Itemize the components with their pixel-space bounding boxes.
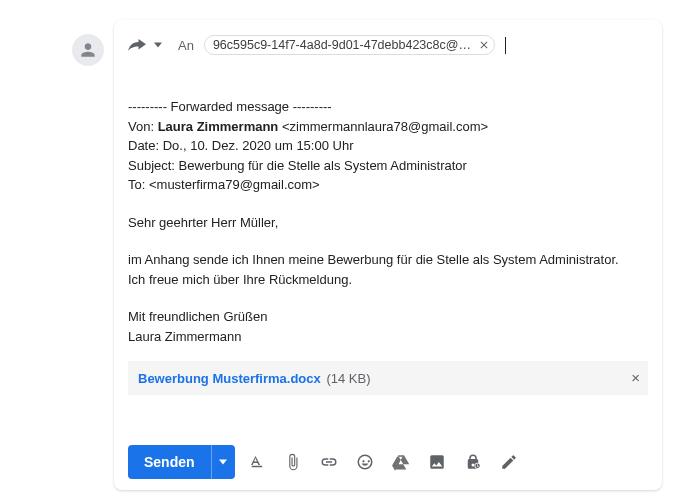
remove-recipient-icon[interactable] <box>477 38 491 52</box>
drive-icon[interactable] <box>391 452 411 472</box>
attachment-size: (14 KB) <box>326 371 370 386</box>
send-group: Senden <box>128 445 235 479</box>
salutation: Sehr geehrter Herr Müller, <box>128 214 648 232</box>
send-button[interactable]: Senden <box>128 445 211 479</box>
fwd-from: Von: Laura Zimmermann <zimmermannlaura78… <box>128 118 648 136</box>
compose-card: An 96c595c9-14f7-4a8d-9d01-47debb423c8c@… <box>114 20 662 490</box>
text-cursor <box>505 37 506 54</box>
signature: Laura Zimmermann <box>128 328 648 346</box>
message-body[interactable]: --------- Forwarded message --------- Vo… <box>128 60 648 436</box>
recipient-row: An 96c595c9-14f7-4a8d-9d01-47debb423c8c@… <box>128 30 648 60</box>
send-options-dropdown[interactable] <box>211 445 235 479</box>
compose-footer: Senden <box>128 436 648 480</box>
attach-icon[interactable] <box>283 452 303 472</box>
avatar <box>72 34 104 66</box>
line1: im Anhang sende ich Ihnen meine Bewerbun… <box>128 251 648 269</box>
fwd-to: To: <musterfirma79@gmail.com> <box>128 176 648 194</box>
formatting-toolbar <box>247 452 519 472</box>
recipient-email: 96c595c9-14f7-4a8d-9d01-47debb423c8c@mai… <box>213 38 473 52</box>
forward-icon[interactable] <box>128 38 146 52</box>
formatting-icon[interactable] <box>247 452 267 472</box>
remove-attachment-icon[interactable]: × <box>631 368 640 388</box>
reply-type-dropdown[interactable] <box>152 41 164 49</box>
fwd-subject: Subject: Bewerbung für die Stelle als Sy… <box>128 157 648 175</box>
to-label: An <box>178 38 194 53</box>
image-icon[interactable] <box>427 452 447 472</box>
attachment-chip[interactable]: Bewerbung Musterfirma.docx (14 KB) × <box>128 361 648 395</box>
recipient-chip[interactable]: 96c595c9-14f7-4a8d-9d01-47debb423c8c@mai… <box>204 35 495 55</box>
link-icon[interactable] <box>319 452 339 472</box>
confidential-icon[interactable] <box>463 452 483 472</box>
fwd-separator: --------- Forwarded message --------- <box>128 98 648 116</box>
pen-icon[interactable] <box>499 452 519 472</box>
person-icon <box>78 40 98 60</box>
attachment-name: Bewerbung Musterfirma.docx <box>138 371 321 386</box>
fwd-date: Date: Do., 10. Dez. 2020 um 15:00 Uhr <box>128 137 648 155</box>
line2: Ich freue mich über Ihre Rückmeldung. <box>128 271 648 289</box>
emoji-icon[interactable] <box>355 452 375 472</box>
closing: Mit freundlichen Grüßen <box>128 308 648 326</box>
